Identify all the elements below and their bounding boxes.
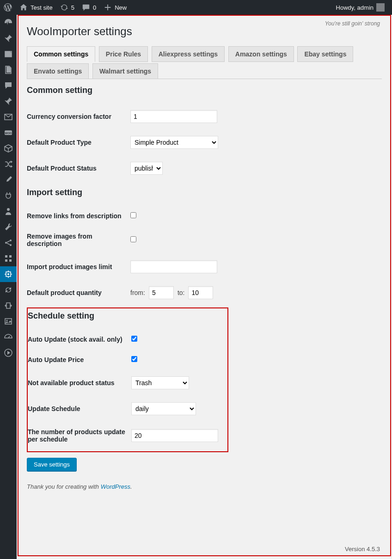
svg-point-3 (7, 208, 10, 211)
brush-icon (4, 175, 13, 184)
grid-icon (4, 254, 13, 263)
new-link[interactable]: New (100, 0, 130, 15)
label-to: to: (178, 289, 185, 296)
tab-walmart[interactable]: Walmart settings (92, 63, 158, 79)
label-auto-update: Auto Update (stock avail. only) (28, 329, 131, 350)
label-images-limit: Import product images limit (27, 254, 130, 280)
box-icon (4, 144, 13, 153)
select-na-status[interactable]: Trash (131, 376, 189, 389)
home-icon (19, 3, 28, 12)
checkbox-remove-links[interactable] (130, 212, 136, 218)
menu-item-20[interactable] (0, 313, 17, 329)
menu-item-22[interactable] (0, 345, 17, 361)
section-common: Common setting (27, 86, 382, 95)
menu-posts[interactable] (0, 31, 17, 46)
shuffle-icon (4, 160, 13, 169)
label-default-type: Default Product Type (27, 129, 130, 155)
svg-rect-10 (9, 259, 12, 262)
menu-item-21[interactable] (0, 329, 17, 345)
label-default-status: Default Product Status (27, 155, 130, 181)
menu-shuffle[interactable] (0, 156, 17, 172)
updates-link[interactable]: 5 (56, 0, 78, 15)
pin-icon (4, 34, 13, 43)
tab-aliexpress[interactable]: Aliexpress settings (152, 46, 225, 62)
menu-contact[interactable] (0, 109, 17, 125)
page-title: WooImporter settings (27, 25, 382, 38)
slider-icon (4, 301, 13, 310)
menu-wooimporter[interactable] (0, 266, 17, 282)
svg-point-15 (6, 320, 8, 321)
media-icon (4, 49, 13, 59)
tab-ebay[interactable]: Ebay settings (297, 46, 353, 62)
my-account[interactable]: Howdy, admin (332, 0, 388, 15)
comments-link[interactable]: 0 (78, 0, 100, 15)
svg-point-12 (7, 273, 9, 275)
label-currency-factor: Currency conversion factor (27, 104, 130, 129)
share-icon (4, 238, 13, 247)
select-default-type[interactable]: Simple Product (130, 136, 218, 149)
save-button[interactable]: Save settings (27, 458, 77, 471)
plug-icon (4, 191, 13, 200)
tab-price-rules[interactable]: Price Rules (99, 46, 148, 62)
label-per-schedule: The number of products update per schedu… (28, 422, 131, 449)
input-images-limit[interactable] (130, 260, 217, 273)
menu-tools[interactable] (0, 219, 17, 235)
updates-count: 5 (71, 4, 74, 11)
label-remove-images: Remove images from description (27, 226, 130, 254)
input-qty-to[interactable] (188, 286, 213, 299)
select-default-status[interactable]: publish (130, 162, 163, 175)
menu-pages[interactable] (0, 62, 17, 78)
menu-media[interactable] (0, 46, 17, 62)
checkbox-remove-images[interactable] (130, 236, 136, 242)
label-from: from: (130, 289, 145, 296)
menu-products[interactable] (0, 141, 17, 156)
wordpress-link[interactable]: WordPress (101, 483, 130, 490)
label-schedule: Update Schedule (28, 396, 131, 422)
input-currency-factor[interactable] (130, 110, 217, 123)
menu-woocommerce[interactable]: WOO (0, 125, 17, 141)
menu-users[interactable] (0, 203, 17, 219)
comments-count: 0 (93, 4, 96, 11)
svg-point-6 (10, 244, 12, 246)
admin-menu: WOO (0, 15, 17, 559)
input-qty-from[interactable] (149, 286, 174, 299)
tab-envato[interactable]: Envato settings (27, 63, 89, 79)
update-icon (60, 3, 68, 12)
menu-item-19[interactable] (0, 298, 17, 313)
svg-rect-8 (9, 255, 12, 258)
play-icon (4, 348, 13, 357)
menu-item-6[interactable] (0, 93, 17, 109)
wordpress-icon (4, 3, 12, 12)
svg-point-4 (5, 242, 7, 244)
new-label: New (115, 4, 127, 11)
svg-rect-13 (6, 303, 10, 308)
plus-icon (104, 3, 112, 12)
label-auto-price: Auto Update Price (28, 350, 131, 370)
input-per-schedule[interactable] (131, 429, 218, 442)
footer-version: Version 4.5.3 (345, 546, 380, 553)
mail-icon (4, 112, 13, 122)
menu-appearance[interactable] (0, 172, 17, 188)
menu-item-18[interactable] (0, 282, 17, 298)
menu-comments[interactable] (0, 78, 17, 93)
tab-common[interactable]: Common settings (27, 46, 95, 62)
select-schedule[interactable]: daily (131, 402, 196, 415)
site-name: Test site (31, 4, 53, 11)
checkbox-auto-price[interactable] (131, 356, 137, 362)
label-remove-links: Remove links from description (27, 206, 130, 226)
site-name-link[interactable]: Test site (16, 0, 56, 15)
wp-logo[interactable] (0, 0, 16, 15)
tab-amazon[interactable]: Amazon settings (228, 46, 294, 62)
image-icon (4, 317, 13, 326)
highlight-box-schedule: Schedule setting Auto Update (stock avai… (27, 307, 228, 452)
checkbox-auto-update[interactable] (131, 336, 137, 342)
menu-item-15[interactable] (0, 235, 17, 251)
menu-item-16[interactable] (0, 251, 17, 266)
svg-rect-7 (5, 255, 7, 258)
menu-dashboard[interactable] (0, 15, 17, 31)
section-import: Import setting (27, 188, 382, 197)
menu-plugins[interactable] (0, 188, 17, 203)
admin-bar: Test site 5 0 New Howdy, admin (0, 0, 392, 15)
howdy-text: Howdy, admin (336, 4, 374, 11)
svg-point-5 (10, 240, 12, 241)
